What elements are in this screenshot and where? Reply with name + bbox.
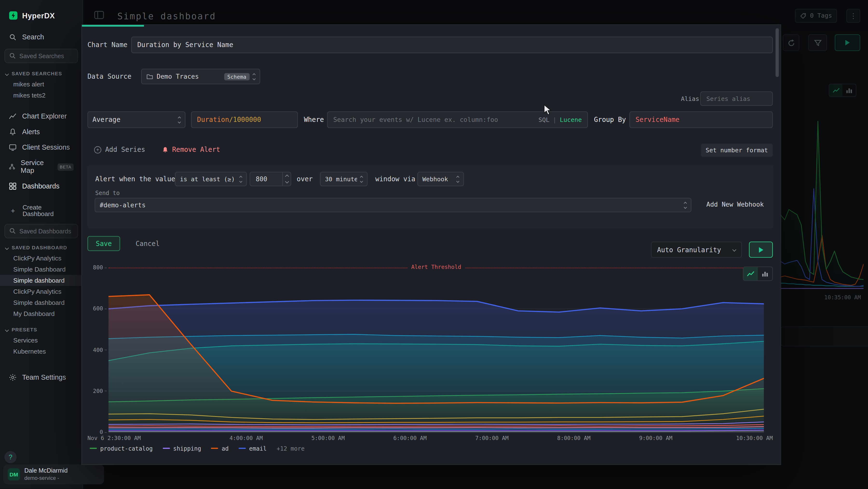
saved-search-item[interactable]: mikes tets2	[0, 90, 83, 101]
chevron-down-icon	[5, 72, 9, 76]
saved-searches-list: mikes alertmikes tets2	[0, 79, 83, 101]
chart-name-label: Chart Name	[88, 41, 128, 49]
alert-threshold-label: Alert Threshold	[407, 264, 465, 270]
chart-name-input[interactable]	[131, 37, 773, 53]
sidebar-item-client-sessions[interactable]: Client Sessions	[0, 140, 83, 155]
query-language-toggle[interactable]: SQL | Lucene	[538, 116, 582, 123]
granularity-select[interactable]: Auto Granularity	[651, 241, 742, 258]
add-series-button[interactable]: + Add Series	[94, 146, 145, 153]
run-chart-button[interactable]	[749, 241, 773, 258]
dashboard-item[interactable]: Simple dashboard	[0, 297, 83, 308]
bell-icon	[161, 146, 169, 153]
alert-threshold-input-wrapper	[250, 172, 291, 186]
dashboard-item[interactable]: Simple dashboard	[0, 275, 83, 286]
group-by-input[interactable]	[629, 111, 773, 128]
select-chevrons-icon	[240, 176, 242, 182]
data-source-select[interactable]: Demo Traces Schema	[141, 69, 260, 84]
sidebar-item-team-settings[interactable]: Team Settings	[0, 370, 83, 385]
legend-swatch	[211, 448, 218, 449]
select-chevrons-icon	[361, 176, 363, 182]
modal-scrollbar[interactable]	[776, 28, 779, 77]
sidebar-item-service-map[interactable]: Service Map BETA	[0, 155, 83, 178]
preset-item[interactable]: Services	[0, 335, 83, 346]
step-down-icon	[285, 179, 289, 183]
sidebar-item-chart-explorer[interactable]: Chart Explorer	[0, 109, 83, 124]
alert-threshold-input[interactable]	[256, 175, 282, 183]
lucene-toggle[interactable]: Lucene	[560, 116, 582, 123]
x-tick-label: 9:00:00 AM	[639, 435, 673, 441]
chart-editor-modal: Chart Name Data Source Demo Traces Schem…	[82, 25, 780, 464]
app-window: Simple dashboard 0 Tags ⋮ 10:35:00 AM Hy…	[0, 0, 868, 489]
where-label: Where	[304, 116, 324, 123]
legend-item[interactable]: email	[239, 445, 267, 452]
cancel-button[interactable]: Cancel	[135, 240, 160, 248]
bar-chart-icon[interactable]	[758, 267, 772, 281]
toggle-divider: |	[553, 116, 557, 123]
field-expression-input[interactable]: Duration/1000000	[191, 111, 298, 128]
schema-badge: Schema	[224, 73, 250, 80]
brand[interactable]: HyperDX	[0, 0, 83, 30]
sidebar-item-dashboards[interactable]: Dashboards	[0, 178, 83, 194]
preset-item[interactable]: Kubernetes	[0, 346, 83, 357]
remove-alert-button[interactable]: Remove Alert	[161, 146, 220, 153]
user-subtitle: demo-service -	[24, 475, 68, 481]
monitor-icon	[9, 144, 17, 151]
presets-header[interactable]: PRESETS	[0, 325, 83, 335]
group-by-label: Group By	[594, 116, 626, 123]
aggregation-value: Average	[92, 116, 175, 123]
sql-toggle[interactable]: SQL	[538, 116, 550, 123]
where-input[interactable]	[333, 116, 538, 123]
dashboard-item[interactable]: ClickPy Analytics	[0, 286, 83, 297]
alert-channel-select[interactable]: Webhook	[417, 172, 464, 186]
legend-item[interactable]: product-catalog	[90, 445, 153, 452]
data-source-value: Demo Traces	[157, 73, 221, 80]
select-chevrons-icon	[253, 74, 255, 79]
x-tick-label: 5:00:00 AM	[311, 435, 345, 441]
saved-searches-header[interactable]: SAVED SEARCHES	[0, 69, 83, 79]
chart-type-toggle[interactable]	[743, 266, 773, 281]
saved-dashboards-search[interactable]	[4, 224, 78, 238]
step-up-icon	[285, 174, 289, 178]
legend-item[interactable]: ad	[211, 445, 229, 452]
gear-icon	[9, 373, 17, 381]
alias-input[interactable]	[700, 91, 773, 106]
save-button[interactable]: Save	[88, 236, 120, 251]
webhook-select[interactable]: #demo-alerts	[95, 198, 691, 212]
chart-legend: product-catalogshippingademail+12 more	[90, 445, 305, 452]
add-webhook-link[interactable]: Add New Webhook	[707, 201, 764, 208]
y-tick-label: 200	[82, 388, 103, 394]
chevron-down-icon	[732, 248, 736, 252]
data-source-label: Data Source	[88, 73, 131, 80]
plus-icon: +	[9, 206, 17, 214]
alert-window-select[interactable]: 30 minute	[320, 172, 368, 186]
x-tick-label: Nov 6 2:30:00 AM	[88, 435, 141, 441]
help-button[interactable]: ?	[4, 451, 17, 463]
dashboard-item[interactable]: Simple Dashboard	[0, 264, 83, 275]
sidebar-item-search[interactable]: Search	[0, 30, 83, 45]
duration-by-service-chart	[108, 268, 764, 432]
line-chart-icon[interactable]	[743, 267, 758, 281]
saved-search-item[interactable]: mikes alert	[0, 79, 83, 90]
chart-line-icon	[9, 113, 17, 120]
dashboard-item[interactable]: ClickPy Analytics	[0, 253, 83, 264]
user-name: Dale McDiarmid	[24, 467, 68, 475]
dashboard-item[interactable]: My Dashboard	[0, 308, 83, 319]
aggregation-select[interactable]: Average	[88, 111, 185, 128]
stepper-buttons[interactable]	[282, 172, 290, 185]
search-icon	[9, 33, 17, 41]
legend-swatch	[239, 448, 246, 449]
saved-searches-search[interactable]	[4, 49, 78, 63]
legend-item[interactable]: +12 more	[277, 445, 305, 452]
chevron-down-icon	[5, 246, 9, 250]
saved-dashboards-header[interactable]: SAVED DASHBOARD	[0, 243, 83, 253]
sidebar-item-alerts[interactable]: Alerts	[0, 124, 83, 140]
x-tick-label: 8:00:00 AM	[557, 435, 590, 441]
via-label: window via	[375, 175, 415, 183]
create-dashboard-button[interactable]: + Create Dashboard	[0, 201, 83, 221]
send-to-label: Send to	[95, 190, 120, 196]
chevron-down-icon	[5, 328, 9, 332]
set-number-format-button[interactable]: Set number format	[701, 144, 773, 157]
user-menu[interactable]: DM Dale McDiarmid demo-service -	[3, 464, 104, 484]
legend-item[interactable]: shipping	[163, 445, 201, 452]
alert-condition-select[interactable]: is at least (≥)	[175, 172, 247, 186]
